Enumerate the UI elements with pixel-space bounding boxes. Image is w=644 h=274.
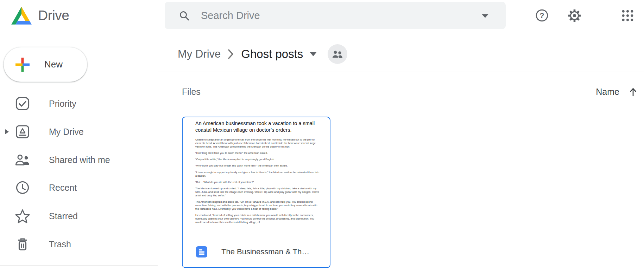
star-icon: [15, 209, 30, 223]
sort-label: Name: [596, 87, 619, 97]
files-header-row: Files Name: [182, 84, 638, 100]
folder-dropdown-caret-icon: [309, 52, 317, 57]
settings-gear-button[interactable]: [566, 7, 583, 24]
sidebar-item-label: My Drive: [49, 127, 84, 137]
doc-preview-paragraph: The Mexican looked up and smiled. “I sle…: [195, 187, 319, 197]
doc-preview-paragraph: “Why don’t you stay out longer and catch…: [195, 164, 319, 168]
doc-preview-paragraph: “How long did it take you to catch them?…: [195, 151, 319, 155]
sidebar-item-label: Recent: [49, 183, 77, 193]
my-drive-icon: [15, 124, 30, 139]
doc-preview-heading: An American businessman took a vacation …: [195, 120, 319, 133]
shared-folder-badge[interactable]: [328, 44, 347, 64]
breadcrumb-my-drive[interactable]: My Drive: [178, 48, 221, 60]
breadcrumb-current-folder[interactable]: Ghost posts: [241, 47, 317, 61]
google-docs-icon: [196, 246, 207, 257]
doc-preview-paragraph: The American laughed and stood tall. “Si…: [195, 200, 319, 210]
multicolor-plus-icon: [15, 57, 30, 72]
files-section-label: Files: [182, 87, 201, 97]
sidebar-item-recent[interactable]: Recent: [0, 174, 158, 202]
doc-preview-paragraph: “I have enough to support my family and …: [195, 171, 319, 178]
expand-arrow-icon[interactable]: [5, 129, 9, 135]
doc-preview-paragraph: Unable to sleep after an urgent phone ca…: [195, 138, 319, 148]
doc-preview: An American businessman took a vacation …: [183, 117, 330, 236]
sidebar-item-trash[interactable]: Trash: [0, 230, 158, 258]
doc-preview-paragraph: He continued, “Instead of selling your c…: [195, 214, 319, 224]
sort-ascending-arrow-icon: [629, 87, 638, 97]
doc-preview-paragraph: “Only a little while,” the Mexican repli…: [195, 158, 319, 161]
sidebar-item-shared-with-me[interactable]: Shared with me: [0, 146, 158, 174]
chevron-right-icon: [228, 49, 234, 59]
sidebar-item-my-drive[interactable]: My Drive: [0, 118, 158, 146]
file-card-footer: The Businessman & Th…: [183, 236, 330, 267]
new-button-label: New: [44, 59, 63, 70]
search-icon[interactable]: [179, 10, 190, 21]
svg-text:?: ?: [539, 11, 544, 20]
folder-name: Ghost posts: [241, 47, 303, 61]
sidebar-item-starred[interactable]: Starred: [0, 202, 158, 230]
search-bar: [165, 2, 506, 29]
help-button[interactable]: ?: [533, 7, 550, 24]
sort-by-name-button[interactable]: Name: [596, 87, 638, 97]
drive-logo-icon: [11, 6, 32, 25]
sidebar: New Priority My Drive: [0, 36, 158, 274]
sidebar-divider: [0, 265, 158, 266]
people-icon: [332, 50, 343, 58]
doc-preview-paragraph: “But… What do you do with the rest of yo…: [195, 181, 319, 184]
drive-logo[interactable]: Drive: [11, 0, 69, 31]
breadcrumb: My Drive Ghost posts: [158, 36, 644, 72]
sidebar-item-label: Shared with me: [49, 155, 110, 165]
shared-people-icon: [15, 153, 30, 167]
app-title: Drive: [38, 8, 69, 23]
sidebar-item-label: Priority: [49, 99, 76, 109]
search-input[interactable]: [201, 10, 447, 21]
app-header: Drive ?: [0, 0, 644, 36]
sidebar-item-priority[interactable]: Priority: [0, 90, 158, 118]
google-apps-grid-button[interactable]: [619, 7, 636, 24]
new-button[interactable]: New: [4, 47, 87, 82]
sidebar-item-label: Trash: [49, 239, 71, 249]
priority-check-icon: [15, 96, 30, 111]
trash-icon: [15, 237, 30, 252]
file-card-businessman-doc[interactable]: An American businessman took a vacation …: [182, 117, 330, 268]
sidebar-item-label: Starred: [49, 211, 78, 221]
file-title: The Businessman & Th…: [221, 247, 309, 256]
doc-preview-body: Unable to sleep after an urgent phone ca…: [195, 138, 319, 224]
search-options-caret-icon[interactable]: [481, 14, 489, 18]
clock-icon: [15, 180, 30, 195]
